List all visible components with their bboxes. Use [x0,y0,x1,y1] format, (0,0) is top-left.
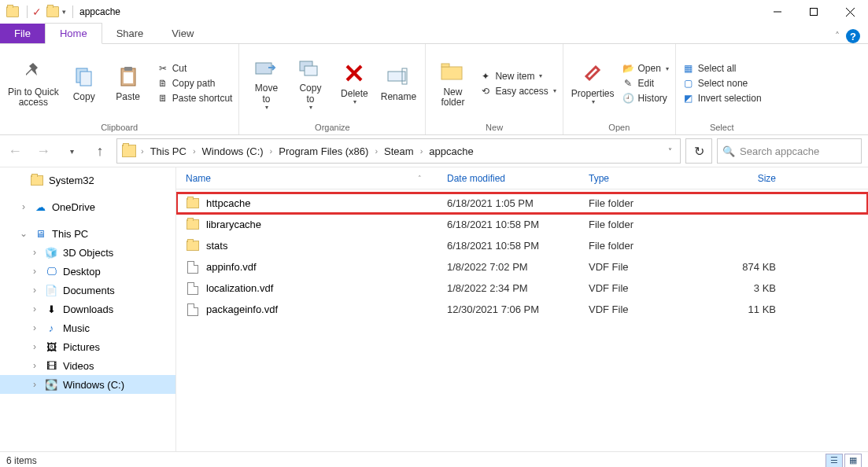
title-separator [72,6,73,18]
col-name[interactable]: Name ˄ [176,173,438,184]
tree-item-videos[interactable]: › 🎞 Videos [0,356,175,375]
invert-selection-button[interactable]: ◩ Invert selection [681,91,763,105]
crumb-thispc[interactable]: This PC [146,145,191,157]
back-button[interactable]: ← [3,139,27,163]
tab-share[interactable]: Share [102,24,158,43]
tree-item-downloads[interactable]: › ⬇ Downloads [0,300,175,318]
close-button[interactable] [832,0,868,24]
chevron-right-icon[interactable]: › [191,146,198,156]
table-row[interactable]: appinfo.vdf1/8/2022 7:02 PMVDF File874 K… [176,256,868,278]
navigation-pane[interactable]: System32 › ☁ OneDrive ⌄ 🖥 This PC › 🧊 3D… [0,167,176,451]
select-none-button[interactable]: ▢ Select none [681,76,763,90]
desktop-icon: 🖵 [44,265,58,278]
table-row[interactable]: stats6/18/2021 10:58 PMFile folder [176,235,868,256]
window-controls [759,0,868,24]
tree-item-documents[interactable]: › 📄 Documents [0,281,175,300]
svg-rect-1 [811,9,818,16]
tree-item-3dobjects[interactable]: › 🧊 3D Objects [0,243,175,262]
search-input[interactable]: 🔍 Search appcache [717,138,862,164]
crumb-program-files[interactable]: Program Files (x86) [274,145,373,157]
minimize-icon [774,8,781,16]
tab-file[interactable]: File [0,24,45,43]
new-folder-button[interactable]: New folder [430,57,475,109]
cell-size: 11 KB [697,303,784,315]
col-type[interactable]: Type [579,173,697,184]
svg-rect-8 [124,72,133,83]
group-new: New folder ✦ New item ▾ ⟲ Easy access ▾ … [426,44,563,134]
details-view-button[interactable]: ☰ [826,454,843,468]
chevron-right-icon[interactable]: › [268,146,275,156]
table-row[interactable]: localization.vdf1/8/2022 2:34 PMVDF File… [176,278,868,299]
ribbon-tabs: File Home Share View ˄ ? [0,24,868,44]
tab-view[interactable]: View [157,24,208,43]
properties-button[interactable]: Properties ▾ [568,59,618,108]
cut-button[interactable]: ✂ Cut [155,61,235,75]
history-button[interactable]: 🕘 History [620,91,670,105]
tree-item-desktop[interactable]: › 🖵 Desktop [0,262,175,281]
up-button[interactable]: ↑ [88,139,112,163]
forward-button[interactable]: → [31,139,55,163]
col-size[interactable]: Size [697,173,784,184]
close-icon [846,8,855,17]
collapse-icon[interactable]: ⌄ [19,228,28,239]
qat-properties-icon[interactable]: ✓ [32,6,42,18]
edit-button[interactable]: ✎ Edit [620,76,670,90]
col-date[interactable]: Date modified [438,173,579,184]
copy-button[interactable]: Copy [62,62,106,104]
easy-access-button[interactable]: ⟲ Easy access ▾ [478,84,557,98]
downloads-icon: ⬇ [44,303,58,315]
address-bar[interactable]: › This PC › Windows (C:) › Program Files… [116,138,681,164]
paste-shortcut-button[interactable]: 🗏 Paste shortcut [155,91,235,105]
qat-dropdown-icon[interactable]: ▾ [62,8,66,16]
copy-to-button[interactable]: Copy to ▾ [288,53,332,112]
chevron-down-icon: ▾ [265,105,268,112]
tree-item-music[interactable]: › ♪ Music [0,318,175,337]
open-button[interactable]: 📂 Open ▾ [620,61,670,75]
recent-locations-button[interactable]: ▾ [60,139,83,163]
tree-item-pictures[interactable]: › 🖼 Pictures [0,337,175,356]
crumb-steam[interactable]: Steam [379,145,419,157]
collapse-ribbon-icon[interactable]: ˄ [835,31,840,42]
cell-type: File folder [579,219,697,230]
group-open: Properties ▾ 📂 Open ▾ ✎ Edit 🕘 History [563,44,676,134]
pin-to-quick-access-button[interactable]: Pin to Quick access [5,57,62,109]
file-name: librarycache [206,219,261,230]
rename-button[interactable]: Rename [376,62,420,104]
tab-home[interactable]: Home [45,23,102,44]
new-item-button[interactable]: ✦ New item ▾ [478,69,557,83]
expand-icon[interactable]: › [19,201,28,212]
refresh-button[interactable]: ↻ [685,138,712,164]
move-to-button[interactable]: Move to ▾ [244,53,288,112]
group-clipboard-label: Clipboard [101,121,138,134]
chevron-right-icon[interactable]: › [373,146,379,156]
table-row[interactable]: librarycache6/18/2021 10:58 PMFile folde… [176,214,868,235]
tree-item-thispc[interactable]: ⌄ 🖥 This PC [0,224,175,243]
cell-date: 6/18/2021 10:58 PM [438,240,579,252]
tree-item-onedrive[interactable]: › ☁ OneDrive [0,197,175,216]
paste-button[interactable]: Paste [106,62,150,104]
chevron-right-icon[interactable]: › [419,146,425,156]
maximize-button[interactable] [796,0,832,24]
chevron-down-icon: ▾ [666,65,669,72]
expand-icon[interactable]: › [30,379,39,390]
title-bar: ✓ ▾ appcache [0,0,868,24]
crumb-windows-c[interactable]: Windows (C:) [198,145,268,157]
svg-rect-11 [305,66,317,75]
nav-row: ← → ▾ ↑ › This PC › Windows (C:) › Progr… [0,135,868,167]
chevron-right-icon[interactable]: › [139,146,146,156]
copyto-icon [297,55,323,80]
copy-path-button[interactable]: 🗎 Copy path [155,76,235,90]
table-row[interactable]: packageinfo.vdf12/30/2021 7:06 PMVDF Fil… [176,299,868,320]
crumb-appcache[interactable]: appcache [424,145,478,157]
tree-item-system32[interactable]: System32 [0,171,175,189]
select-all-button[interactable]: ▦ Select all [681,61,763,75]
svg-rect-7 [124,67,132,71]
icons-view-button[interactable]: ▦ [844,454,862,468]
help-icon[interactable]: ? [846,29,860,43]
delete-button[interactable]: Delete ▾ [332,59,376,108]
address-dropdown-icon[interactable]: ˅ [662,147,678,156]
minimize-button[interactable] [759,0,796,24]
table-row[interactable]: httpcache6/18/2021 1:05 PMFile folder [176,193,868,214]
tree-item-windows-c[interactable]: › 💽 Windows (C:) [0,375,175,394]
qat-newfolder-icon[interactable] [46,6,59,17]
